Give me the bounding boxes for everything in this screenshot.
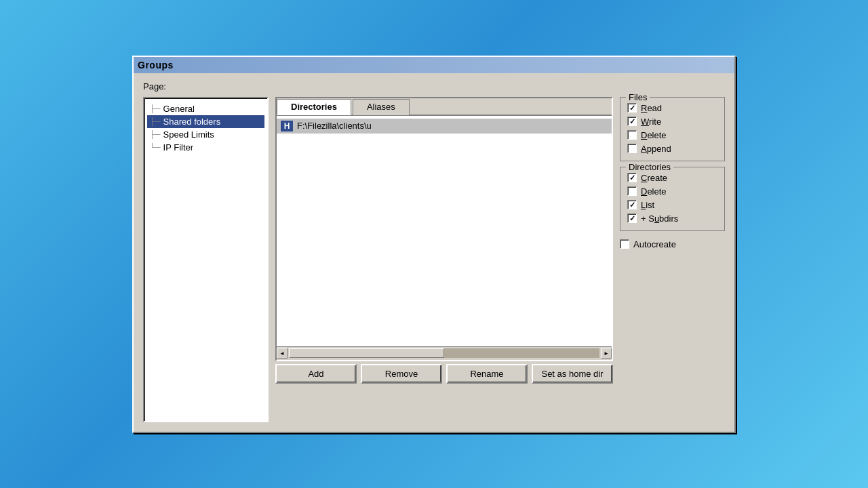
dir-path: F:\Filezilla\clients\u [297, 121, 372, 131]
sidebar-label-shared-folders: Shared folders [163, 117, 221, 127]
files-read-row: Read [627, 103, 717, 113]
tree-line-ip: └─ [150, 143, 161, 151]
dir-container: Directories Aliases H F:\Filezil [275, 97, 613, 384]
dir-delete-label: Delete [641, 186, 667, 197]
dir-list-checkbox[interactable] [627, 200, 637, 209]
tab-aliases[interactable]: Aliases [353, 99, 410, 115]
scroll-track[interactable] [289, 348, 599, 358]
files-delete-row: Delete [627, 130, 717, 140]
files-write-label: Write [641, 117, 661, 127]
window-title: Groups [138, 60, 174, 70]
sidebar-item-general[interactable]: ├─ General [147, 102, 264, 115]
dir-create-row: Create [627, 173, 717, 183]
tab-directories[interactable]: Directories [277, 99, 351, 115]
files-write-checkbox[interactable] [627, 117, 637, 126]
action-buttons: Add Remove Rename Set as home dir [275, 364, 613, 384]
dir-row[interactable]: H F:\Filezilla\clients\u [277, 119, 612, 134]
sidebar-label-ip-filter: IP Filter [163, 142, 194, 152]
dir-delete-checkbox[interactable] [627, 186, 637, 196]
tree-line-shared: ├─ [150, 117, 161, 125]
files-append-label: Append [641, 144, 671, 154]
files-delete-checkbox[interactable] [627, 130, 637, 140]
rename-button[interactable]: Rename [446, 364, 528, 384]
set-home-dir-button[interactable]: Set as home dir [532, 364, 613, 384]
directories-group-title: Directories [626, 162, 673, 172]
directories-group: Directories Create Delete [620, 167, 725, 231]
scroll-right-btn[interactable]: ► [601, 348, 612, 359]
dir-subdirs-label: + Subdirs [641, 214, 678, 224]
dir-list-row: List [627, 200, 717, 210]
horizontal-scrollbar: ◄ ► [277, 346, 612, 360]
directory-list: H F:\Filezilla\clients\u [277, 116, 612, 346]
sidebar-tree: ├─ General ├─ Shared folders ├─ Speed Li… [143, 97, 269, 422]
page-label: Page: [143, 81, 725, 92]
dir-create-checkbox[interactable] [627, 173, 637, 182]
files-group-title: Files [626, 92, 650, 102]
title-bar: Groups [134, 57, 734, 73]
files-write-row: Write [627, 117, 717, 127]
files-read-label: Read [641, 103, 662, 113]
sidebar-item-ip-filter[interactable]: └─ IP Filter [147, 141, 264, 154]
dir-list-label: List [641, 200, 654, 210]
files-append-row: Append [627, 144, 717, 154]
files-append-checkbox[interactable] [627, 144, 637, 153]
home-dir-icon: H [281, 121, 293, 131]
dir-subdirs-row: + Subdirs [627, 214, 717, 224]
autocreate-checkbox[interactable] [620, 239, 629, 249]
right-panel: Directories Aliases H F:\Filezil [275, 97, 725, 422]
groups-window: Groups Page: ├─ General ├─ Shared folder… [132, 56, 736, 433]
scroll-thumb[interactable] [289, 348, 444, 358]
sidebar-item-shared-folders[interactable]: ├─ Shared folders [147, 115, 264, 128]
autocreate-row: Autocreate [620, 239, 725, 249]
files-group: Files Read Write Delete [620, 97, 725, 161]
sidebar-label-speed-limits: Speed Limits [163, 129, 214, 140]
dir-subdirs-checkbox[interactable] [627, 214, 637, 223]
dir-create-label: Create [641, 173, 667, 183]
dir-delete-row: Delete [627, 186, 717, 197]
add-button[interactable]: Add [275, 364, 357, 384]
files-delete-label: Delete [641, 130, 667, 140]
sidebar-label-general: General [163, 104, 195, 114]
files-read-checkbox[interactable] [627, 103, 637, 113]
tab-row: Directories Aliases [277, 98, 612, 116]
sidebar-item-speed-limits[interactable]: ├─ Speed Limits [147, 128, 264, 141]
tree-line-general: ├─ [150, 104, 161, 113]
options-column: Files Read Write Delete [620, 97, 725, 384]
dir-panel: Directories Aliases H F:\Filezil [275, 97, 613, 361]
tree-line-speed: ├─ [150, 130, 161, 138]
autocreate-label: Autocreate [633, 239, 676, 249]
scroll-left-btn[interactable]: ◄ [277, 348, 288, 359]
remove-button[interactable]: Remove [361, 364, 442, 384]
